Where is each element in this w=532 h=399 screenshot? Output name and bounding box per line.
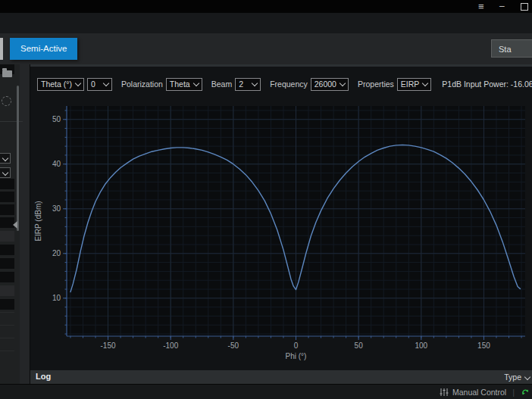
svg-text:150: 150 [477,341,490,350]
log-bar[interactable]: Log Type [30,370,532,384]
list-item[interactable] [0,204,14,215]
list-item[interactable] [0,192,14,202]
log-title: Log [36,372,51,381]
connection-status-icon [521,388,530,397]
svg-text:-150: -150 [101,341,116,350]
svg-text:Phi (°): Phi (°) [286,352,307,360]
p1db-input-power-readout: P1dB Input Power: -16.06 dBm [442,79,532,89]
properties-select[interactable]: EIRP [397,78,432,91]
polarization-value: Theta [170,79,190,89]
theta-value-select[interactable]: 0 [87,78,112,91]
sidebar-scrollbar[interactable] [17,86,19,231]
status-divider: | [512,388,515,397]
chevron-down-icon [252,80,258,86]
tab-partial[interactable] [0,38,3,60]
svg-text:-50: -50 [228,341,239,350]
tab-strip-top [0,13,532,33]
list-item[interactable] [0,351,14,363]
properties-label: Properties [358,79,394,89]
manual-control-button[interactable]: Manual Control [452,388,506,397]
sidebar-dropdown-2[interactable] [0,167,11,178]
chart-toolbar: Theta (°) 0 Polarization Theta Beam 2 Fr… [37,76,532,92]
chevron-down-icon [422,80,428,86]
sidebar [0,64,30,384]
list-item-selected[interactable] [0,285,14,296]
svg-text:-100: -100 [163,341,178,350]
beam-value: 2 [239,79,243,89]
tab-semi-active[interactable]: Semi-Active [10,38,77,60]
minimize-icon[interactable]: – [499,1,505,12]
theta-value: 0 [91,79,95,89]
frequency-select[interactable]: 26000 [311,78,349,91]
list-item[interactable] [0,338,14,351]
svg-text:0: 0 [294,341,299,350]
status-bar: Manual Control | Conn [0,384,532,399]
list-item[interactable] [0,299,14,310]
maximize-icon[interactable] [521,3,528,11]
svg-text:50: 50 [355,341,364,350]
chevron-down-icon [192,80,199,86]
theta-axis-select-value: Theta (°) [41,79,72,89]
chevron-down-icon [340,80,346,86]
chevron-down-icon [2,155,8,161]
polarization-select[interactable]: Theta [166,78,202,91]
sidebar-gutter [20,64,30,384]
manual-control-sliders-icon [440,388,449,397]
properties-value: EIRP [401,79,420,89]
list-item[interactable] [0,258,14,269]
folder-icon[interactable] [2,70,12,77]
chevron-down-icon [524,374,530,380]
menu-icon[interactable]: ≡ [478,1,484,12]
svg-text:EIRP (dBm): EIRP (dBm) [34,201,42,241]
list-item-selected[interactable] [0,231,14,242]
svg-text:30: 30 [52,204,61,213]
log-type-filter[interactable]: Type [504,373,521,382]
title-bar: ≡ – [0,0,532,13]
frequency-label: Frequency [270,79,308,89]
status-cluster: Manual Control | Conn [440,385,532,399]
svg-text:10: 10 [52,294,61,302]
polarization-label: Polarization [121,79,163,89]
svg-text:100: 100 [415,341,427,350]
chevron-down-icon [103,80,109,86]
svg-text:20: 20 [52,249,61,257]
chart-panel: Theta (°) 0 Polarization Theta Beam 2 Fr… [30,67,532,370]
beam-select[interactable]: 2 [235,78,261,91]
refresh-icon[interactable] [2,96,11,106]
list-item[interactable] [0,272,14,282]
collapse-panel-arrow-icon[interactable] [13,221,17,229]
theta-axis-select[interactable]: Theta (°) [37,78,84,91]
beam-label: Beam [211,79,232,89]
frequency-value: 26000 [315,79,336,89]
sidebar-dropdown-1[interactable] [0,153,11,164]
list-item[interactable] [0,312,14,325]
list-item[interactable] [0,325,14,338]
eirp-chart[interactable]: 1020304050-150-100-50050100150Phi (°)EIR… [30,67,532,370]
chevron-down-icon [75,80,81,86]
svg-text:50: 50 [52,115,61,123]
sidebar-divider [0,121,23,122]
svg-text:40: 40 [52,160,61,168]
chevron-down-icon [2,170,8,176]
start-button[interactable]: Sta [491,39,532,58]
list-item[interactable] [0,179,14,189]
list-item[interactable] [0,245,14,255]
